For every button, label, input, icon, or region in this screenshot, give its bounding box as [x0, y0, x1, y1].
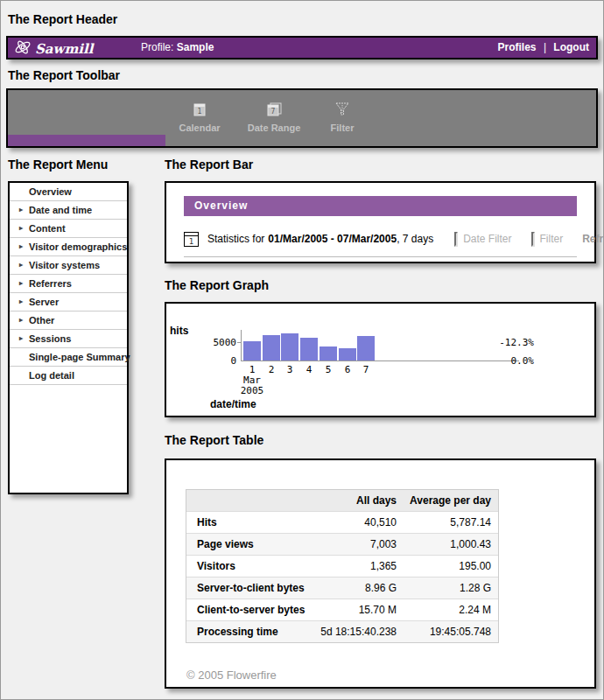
- row-label: Server-to-client bytes: [186, 582, 309, 594]
- x-tick-label: 7: [355, 364, 376, 375]
- row-all-days: 8.96 G: [309, 582, 397, 594]
- section-heading-report-bar: The Report Bar: [165, 158, 253, 172]
- svg-text:1: 1: [189, 236, 193, 245]
- menu-item-visitor-systems[interactable]: ▸Visitor systems: [10, 256, 127, 275]
- menu-item-referrers[interactable]: ▸Referrers: [10, 275, 127, 293]
- bar-day-4: [300, 338, 318, 360]
- x-period-year: 2005: [235, 385, 270, 396]
- mini-calendar-icon[interactable]: 1: [184, 232, 199, 247]
- header-average-per-day: Average per day: [397, 494, 498, 507]
- menu-item-label: Log detail: [29, 370, 74, 381]
- row-label: Hits: [186, 516, 309, 528]
- x-axis-title: date/time: [210, 398, 256, 410]
- bar-day-1: [243, 341, 261, 360]
- row-average: 1.28 G: [397, 582, 498, 594]
- statistics-row: 1 Statistics for 01/Mar/2005 - 07/Mar/20…: [184, 230, 577, 248]
- report-bar-panel: Overview 1 Statistics for 01/Mar/2005 - …: [165, 181, 596, 263]
- bar-day-2: [263, 335, 280, 360]
- expand-arrow-icon: ▸: [19, 330, 23, 347]
- page: The Report Header The Report Toolbar The…: [0, 0, 604, 700]
- table-row-client-to-server-bytes: Client-to-server bytes 15.70 M 2.24 M: [186, 599, 498, 621]
- expand-arrow-icon: ▸: [19, 256, 23, 274]
- row-average: 1,000.43: [397, 538, 498, 550]
- date-range-button[interactable]: 7 Date Range: [235, 102, 313, 133]
- bar-day-3: [281, 333, 298, 360]
- menu-item-other[interactable]: ▸Other: [10, 312, 127, 330]
- row-average: 19:45:05.748: [397, 626, 498, 638]
- menu-item-content[interactable]: ▸Content: [10, 220, 127, 238]
- date-filter-label: Date Filter: [463, 233, 511, 245]
- date-range-icon: 7: [267, 104, 282, 119]
- report-table-panel: All days Average per day Hits 40,510 5,7…: [165, 458, 596, 689]
- menu-item-sessions[interactable]: ▸Sessions: [10, 330, 127, 348]
- logout-link[interactable]: Logout: [553, 41, 589, 53]
- row-average: 5,787.14: [397, 516, 498, 528]
- calendar-button-label: Calendar: [160, 122, 239, 133]
- y-tick-5000: 5000: [193, 337, 236, 348]
- table-row-server-to-client-bytes: Server-to-client bytes 8.96 G 1.28 G: [186, 578, 498, 599]
- menu-item-label: Date and time: [29, 205, 92, 215]
- header-all-days: All days: [309, 494, 397, 507]
- report-title-bar: Overview: [184, 196, 577, 216]
- section-heading-report-header: The Report Header: [8, 12, 117, 26]
- table-row-processing-time: Processing time 5d 18:15:40.238 19:45:05…: [186, 621, 498, 642]
- report-bar-divider: [184, 256, 577, 257]
- table-header-row: All days Average per day: [186, 490, 498, 512]
- date-range-button-label: Date Range: [235, 122, 313, 133]
- filter-button-label: Filter: [303, 122, 382, 133]
- overview-table: All days Average per day Hits 40,510 5,7…: [186, 489, 499, 643]
- sawmill-logo[interactable]: Sawmill: [13, 38, 93, 60]
- filter-checkbox[interactable]: [531, 232, 535, 247]
- menu-item-date-and-time[interactable]: ▸Date and time: [10, 201, 127, 220]
- refresh-button[interactable]: Refresh: [582, 233, 604, 245]
- calendar-button[interactable]: 1 Calendar: [160, 102, 239, 133]
- copyright-footer: © 2005 Flowerfire: [186, 668, 277, 682]
- menu-item-label: Content: [29, 223, 66, 234]
- row-all-days: 7,003: [309, 538, 397, 550]
- table-row-hits: Hits 40,510 5,787.14: [186, 512, 498, 534]
- menu-item-label: Referrers: [29, 278, 72, 289]
- report-header-bar: Sawmill Profile: Sample Profiles | Logou…: [6, 36, 598, 60]
- toolbar-progress-bar: [8, 135, 165, 146]
- expand-arrow-icon: ▸: [19, 275, 23, 292]
- profile-value: Sample: [177, 41, 214, 53]
- menu-item-label: Server: [29, 297, 59, 307]
- row-all-days: 40,510: [309, 516, 397, 528]
- expand-arrow-icon: ▸: [19, 312, 23, 329]
- filter-button[interactable]: Filter: [303, 102, 382, 133]
- x-tick-label: 1: [242, 364, 263, 375]
- menu-item-visitor-demographics[interactable]: ▸Visitor demographics: [10, 238, 127, 256]
- menu-item-label: Single-page Summary: [29, 352, 130, 362]
- sawmill-logo-icon: [13, 38, 32, 60]
- menu-item-single-page-summary[interactable]: Single-page Summary: [10, 348, 127, 367]
- row-average: 195.00: [397, 560, 498, 572]
- row-all-days: 15.70 M: [309, 604, 397, 616]
- row-label: Page views: [186, 538, 309, 550]
- menu-item-overview[interactable]: Overview: [10, 183, 127, 201]
- profile-label: Profile:: [141, 41, 173, 53]
- y-axis-title: hits: [170, 325, 188, 337]
- date-filter-checkbox[interactable]: [454, 232, 458, 247]
- row-label: Visitors: [186, 560, 309, 572]
- statistics-prefix: Statistics for: [207, 233, 264, 245]
- expand-arrow-icon: ▸: [19, 220, 23, 237]
- section-heading-report-table: The Report Table: [165, 433, 263, 447]
- menu-item-label: Sessions: [29, 333, 71, 344]
- profile-indicator: Profile: Sample: [141, 41, 214, 53]
- menu-item-log-detail[interactable]: Log detail: [10, 367, 127, 385]
- y-axis-line: [241, 330, 242, 361]
- report-menu: Overview ▸Date and time ▸Content ▸Visito…: [8, 181, 129, 494]
- x-tick-label: 5: [318, 364, 339, 375]
- bar-day-7: [357, 336, 375, 360]
- section-heading-report-menu: The Report Menu: [8, 158, 108, 172]
- menu-item-server[interactable]: ▸Server: [10, 293, 127, 312]
- profiles-link[interactable]: Profiles: [498, 41, 537, 53]
- y-tick-0: 0: [193, 355, 236, 367]
- right-axis-change-label: -12.3%: [464, 337, 534, 348]
- expand-arrow-icon: ▸: [19, 201, 23, 219]
- header-links: Profiles | Logout: [498, 41, 589, 53]
- sawmill-logo-text: Sawmill: [35, 41, 93, 57]
- menu-item-label: Visitor demographics: [29, 242, 127, 252]
- table-row-visitors: Visitors 1,365 195.00: [186, 556, 498, 578]
- statistics-date-range: 01/Mar/2005 - 07/Mar/2005: [268, 233, 397, 245]
